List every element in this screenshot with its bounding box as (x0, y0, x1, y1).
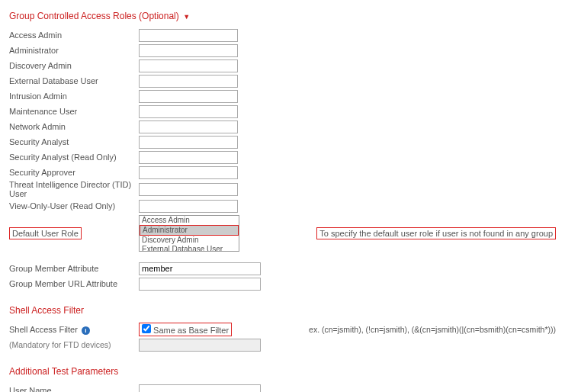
listbox-option-external-db-user[interactable]: External Database User (140, 245, 239, 252)
role-label-view-only-user: View-Only-User (Read Only) (9, 201, 139, 210)
role-label-security-analyst: Security Analyst (9, 137, 139, 146)
role-label-maintenance-user: Maintenance User (9, 107, 139, 116)
listbox-option-discovery-admin[interactable]: Discovery Admin (140, 236, 239, 245)
listbox-option-access-admin[interactable]: Access Admin (140, 216, 239, 225)
role-input-intrusion-admin[interactable] (139, 90, 238, 103)
role-input-maintenance-user[interactable] (139, 105, 238, 118)
info-icon[interactable]: i (82, 326, 90, 335)
group-member-url-attr-label: Group Member URL Attribute (9, 279, 139, 288)
same-as-base-filter-checkbox[interactable] (142, 324, 151, 333)
username-label: User Name (9, 386, 139, 392)
role-input-security-approver[interactable] (139, 166, 238, 179)
shell-access-filter-label: Shell Access Filter (9, 325, 78, 334)
group-member-attr-label: Group Member Attribute (9, 264, 139, 273)
role-input-network-admin[interactable] (139, 120, 238, 133)
group-roles-section-header[interactable]: Group Controlled Access Roles (Optional)… (9, 11, 556, 21)
role-label-intrusion-admin: Intrusion Admin (9, 92, 139, 101)
shell-access-filter-header: Shell Access Filter (9, 305, 556, 316)
role-label-access-admin: Access Admin (9, 31, 139, 40)
same-as-base-filter-label: Same as Base Filter (153, 326, 229, 335)
username-input[interactable] (139, 384, 261, 393)
listbox-option-administrator[interactable]: Administrator (140, 225, 239, 236)
default-user-role-hint: To specify the default user role if user… (316, 227, 556, 239)
role-input-security-analyst-ro[interactable] (139, 151, 238, 164)
role-label-external-db-user: External Database User (9, 76, 139, 85)
same-as-base-filter-wrap: Same as Base Filter (139, 323, 232, 336)
default-user-role-listbox[interactable]: Access Admin Administrator Discovery Adm… (139, 215, 239, 252)
shell-filter-example: ex. (cn=jsmith), (!cn=jsmith), (&(cn=jsm… (294, 325, 556, 334)
group-member-url-attr-input[interactable] (139, 278, 261, 291)
role-label-network-admin: Network Admin (9, 122, 139, 131)
role-label-tid-user: Threat Intelligence Director (TID) User (9, 180, 139, 198)
shell-mandatory-note: (Mandatory for FTD devices) (9, 340, 139, 349)
role-input-external-db-user[interactable] (139, 75, 238, 88)
role-input-view-only-user[interactable] (139, 200, 238, 213)
role-input-security-analyst[interactable] (139, 136, 238, 149)
collapse-arrow-icon: ▼ (183, 13, 190, 21)
shell-filter-input (139, 339, 261, 352)
role-input-tid-user[interactable] (139, 183, 238, 196)
role-input-administrator[interactable] (139, 44, 238, 57)
group-member-attr-input[interactable] (139, 262, 261, 275)
group-roles-title: Group Controlled Access Roles (Optional) (9, 11, 179, 21)
role-input-discovery-admin[interactable] (139, 59, 238, 72)
role-label-discovery-admin: Discovery Admin (9, 61, 139, 70)
role-label-administrator: Administrator (9, 46, 139, 55)
role-input-access-admin[interactable] (139, 29, 238, 42)
role-label-security-approver: Security Approver (9, 168, 139, 177)
role-label-security-analyst-ro: Security Analyst (Read Only) (9, 153, 139, 162)
default-user-role-label: Default User Role (9, 227, 82, 239)
additional-test-params-header: Additional Test Parameters (9, 366, 556, 377)
